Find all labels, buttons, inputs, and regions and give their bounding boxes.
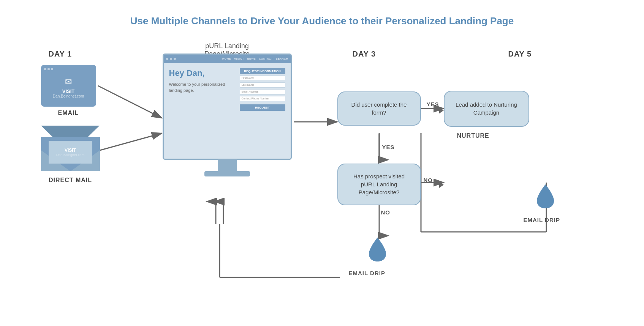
envelope-icon: ✉ <box>65 77 72 87</box>
decision-prospect-visited: Has prospect visitedpURL LandingPage/Mic… <box>337 164 421 205</box>
dot1 <box>44 68 46 70</box>
form-header: REQUEST INFORMATION <box>240 68 285 74</box>
monitor-body: Welcome to your personalized landing pag… <box>169 81 236 94</box>
nav-news: NEWS <box>247 57 256 60</box>
envelope-content: VISIT Dan.Boingnet.com <box>49 141 92 164</box>
field-label-3: Email Address <box>242 90 259 93</box>
email-label: EMAIL <box>41 110 96 117</box>
form-field-1: First Name <box>240 76 285 81</box>
nurture-result-text: Lead added to Nurturing Campaign <box>451 101 522 117</box>
nav-about: ABOUT <box>234 57 244 60</box>
day3-label: DAY 3 <box>353 50 376 58</box>
yes-arrow-wrapper <box>439 107 444 113</box>
yes2-label: YES <box>382 144 395 150</box>
email-drip-drop-2 <box>535 183 556 211</box>
field-label-4: Contact Phone Number <box>242 97 269 100</box>
monitor-greeting: Hey Dan, <box>169 68 236 78</box>
monitor-base <box>204 171 250 176</box>
email-channel-box: ✉ VISIT Dan.Boingnet.com <box>41 65 96 107</box>
email-url-text: Dan.Boingnet.com <box>53 94 84 98</box>
dot3 <box>51 68 53 70</box>
svg-line-2 <box>98 86 162 118</box>
day1-label: DAY 1 <box>49 50 72 58</box>
monitor-text-area: Hey Dan, Welcome to your personalized la… <box>169 68 236 111</box>
no1-label: NO <box>424 177 433 183</box>
flow-lines-svg <box>18 42 626 319</box>
field-label-2: Last Name <box>242 83 255 86</box>
nav-home: HOME <box>222 57 231 60</box>
monitor-top-bar: HOME ABOUT NEWS CONTACT SEARCH <box>164 55 291 63</box>
form-submit[interactable]: REQUEST <box>240 104 285 111</box>
monitor-screen: HOME ABOUT NEWS CONTACT SEARCH Hey Dan, … <box>163 54 292 160</box>
email-visit-text: VISIT <box>62 88 75 94</box>
nav-search: SEARCH <box>276 57 288 60</box>
field-label-1: First Name <box>242 77 255 79</box>
decision2-text: Has prospect visitedpURL LandingPage/Mic… <box>353 172 405 196</box>
diagram-area: DAY 1 ✉ VISIT Dan.Boingnet.com EMAIL VIS… <box>18 42 626 319</box>
browser-dots <box>44 68 53 70</box>
nurture-label: NURTURE <box>457 132 489 139</box>
no-arrow-head <box>439 182 444 188</box>
direct-mail-channel: VISIT Dan.Boingnet.com <box>41 126 100 171</box>
yes-arrow-head <box>439 107 444 113</box>
monitor-nav: HOME ABOUT NEWS CONTACT SEARCH <box>181 57 288 60</box>
dot2 <box>47 68 50 70</box>
form-field-2: Last Name <box>240 82 285 88</box>
monitor-wrapper: HOME ABOUT NEWS CONTACT SEARCH Hey Dan, … <box>163 54 292 194</box>
monitor-stand <box>218 160 237 171</box>
nurture-result-box: Lead added to Nurturing Campaign <box>444 91 529 127</box>
nav-contact: CONTACT <box>259 57 273 60</box>
email-drip-drop-1 <box>367 236 388 264</box>
decision-form-completed: Did user complete the form? <box>337 91 421 126</box>
main-container: Use Multiple Channels to Drive Your Audi… <box>18 8 626 319</box>
direct-mail-label: DIRECT MAIL <box>37 177 104 184</box>
drop-svg-1 <box>367 236 388 262</box>
monitor-content: Hey Dan, Welcome to your personalized la… <box>164 63 291 116</box>
email-drip-label-1: EMAIL DRIP <box>349 270 385 276</box>
no2-label: NO <box>381 209 391 216</box>
svg-line-3 <box>100 133 162 150</box>
no-arrow-right-wrapper <box>439 182 444 188</box>
form-field-4: Contact Phone Number <box>240 96 285 101</box>
decision1-text: Did user complete the form? <box>344 101 414 117</box>
m-dot3 <box>174 58 176 60</box>
envelope-body: VISIT Dan.Boingnet.com <box>41 137 100 171</box>
dm-visit-text: VISIT <box>65 148 76 153</box>
day5-label: DAY 5 <box>508 50 532 58</box>
yes1-label: YES <box>427 101 439 107</box>
page-title: Use Multiple Channels to Drive Your Audi… <box>130 15 514 27</box>
dm-url-text: Dan.Boingnet.com <box>56 153 84 157</box>
drop-svg-2 <box>535 183 556 209</box>
email-drip-label-2: EMAIL DRIP <box>524 217 560 223</box>
monitor-form: REQUEST INFORMATION First Name Last Name… <box>240 68 285 111</box>
m-dot2 <box>170 58 172 60</box>
form-field-3: Email Address <box>240 89 285 94</box>
m-dot1 <box>166 58 168 60</box>
